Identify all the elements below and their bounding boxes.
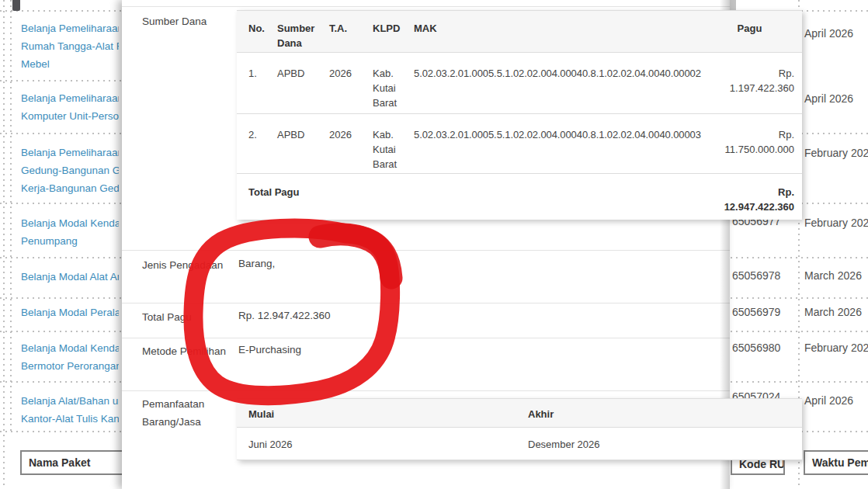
total-pagu-label: Total Pagu — [142, 308, 231, 326]
paket-link[interactable]: Belanja Pemeliharaan Gedung-Bangunan Ged… — [21, 144, 119, 197]
dotted-grid-line — [0, 381, 122, 383]
filter-waktu-pemanfaatan[interactable]: Waktu Pemanfaatan — [804, 450, 868, 475]
total-pagu-row-label: Total Pagu — [237, 174, 705, 220]
pemanfaatan-table: Mulai Akhir Juni 2026 Desember 2026 — [237, 398, 802, 460]
cell-sumber-dana: APBD — [277, 53, 329, 113]
dotted-grid-line — [3, 0, 5, 489]
total-pagu-value: Rp. 12.947.422.360 — [238, 310, 331, 321]
paket-link[interactable]: Belanja Modal Alat Angkut — [21, 268, 119, 286]
dotted-grid-line — [0, 297, 122, 299]
column-header-klpd: KLPD — [373, 11, 414, 52]
column-header-no: No. — [237, 11, 277, 52]
jenis-pengadaan-label: Jenis Pengadaan — [142, 256, 231, 274]
cell-mak: 5.02.03.2.01.0005.5.1.02.02.004.00040.8.… — [414, 114, 705, 173]
dotted-grid-line — [0, 133, 122, 134]
cell-ta: 2026 — [329, 53, 373, 113]
dotted-grid-line — [0, 80, 122, 82]
clipped-element-artifact — [12, 0, 20, 11]
cell-no: 1. — [237, 53, 277, 113]
cell-mak: 5.02.03.2.01.0005.5.1.02.02.004.00040.8.… — [414, 53, 705, 113]
column-header-ta: T.A. — [329, 11, 373, 52]
waktu-pemanfaatan-value: February 2026 — [804, 342, 868, 354]
waktu-pemanfaatan-value: February 2026 — [804, 147, 868, 159]
dotted-grid-line — [0, 257, 122, 258]
cell-mulai: Juni 2026 — [237, 428, 528, 460]
paket-link[interactable]: Belanja Modal Kendaraan Penumpang — [21, 214, 119, 250]
kode-rup-value: 65056978 — [732, 269, 780, 282]
row-divider — [122, 390, 730, 391]
paket-link[interactable]: Belanja Modal Peralatan — [21, 303, 119, 321]
total-pagu-row-value: Rp. 12.947.422.360 — [705, 174, 802, 220]
cell-ta: 2026 — [329, 114, 373, 173]
pemanfaatan-table-header: Mulai Akhir — [237, 398, 802, 428]
sumber-dana-row: 2. APBD 2026 Kab. Kutai Barat 5.02.03.2.… — [237, 113, 802, 173]
sumber-dana-table: No. Sumber Dana T.A. KLPD MAK Pagu 1. AP… — [237, 10, 802, 220]
sumber-dana-label: Sumber Dana — [142, 12, 231, 30]
waktu-pemanfaatan-value: February 2026 — [804, 217, 868, 229]
kode-rup-value: 65056979 — [732, 306, 780, 318]
dotted-grid-line — [0, 431, 122, 432]
dotted-grid-line — [0, 331, 122, 332]
waktu-pemanfaatan-value: April 2026 — [804, 394, 853, 407]
cell-no: 2. — [237, 114, 277, 173]
dotted-grid-line — [731, 381, 868, 383]
pemanfaatan-label: Pemanfaatan Barang/Jasa — [142, 395, 231, 431]
row-divider — [122, 338, 730, 338]
paket-link[interactable]: Belanja Pemeliharaan Komputer Unit-Perso… — [21, 89, 119, 125]
jenis-pengadaan-value: Barang, — [238, 258, 275, 269]
dotted-grid-line — [10, 0, 12, 432]
metode-pemilihan-value: E-Purchasing — [238, 344, 301, 355]
sumber-dana-table-header: No. Sumber Dana T.A. KLPD MAK Pagu — [237, 10, 802, 53]
paket-link[interactable]: Belanja Modal Kendaraan Bermotor Peroran… — [21, 339, 119, 375]
cell-pagu: Rp. 11.750.000.000 — [705, 114, 802, 173]
kode-rup-value: 65056980 — [732, 342, 780, 354]
sumber-dana-total-row: Total Pagu Rp. 12.947.422.360 — [237, 173, 802, 220]
cell-klpd: Kab. Kutai Barat — [373, 53, 414, 113]
waktu-pemanfaatan-value: March 2026 — [804, 306, 862, 318]
column-header-mulai: Mulai — [237, 399, 528, 427]
paket-link[interactable]: Belanja Alat/Bahan untuk Kantor-Alat Tul… — [21, 392, 119, 428]
column-header-sumber-dana: Sumber Dana — [277, 11, 329, 52]
waktu-pemanfaatan-value: April 2026 — [804, 92, 853, 105]
dotted-grid-line — [731, 297, 868, 299]
row-divider — [122, 250, 730, 251]
column-header-mak: MAK — [414, 11, 705, 52]
column-header-pagu: Pagu — [705, 11, 802, 52]
paket-link[interactable]: Belanja Pemeliharaan Rumah Tangga-Alat R… — [21, 19, 119, 73]
dotted-grid-line — [731, 331, 868, 332]
cell-akhir: Desember 2026 — [528, 428, 802, 460]
cell-klpd: Kab. Kutai Barat — [373, 114, 414, 173]
sirup-procurement-page: Belanja Pemeliharaan Rumah Tangga-Alat R… — [0, 0, 868, 489]
dotted-grid-line — [0, 203, 122, 204]
pemanfaatan-row: Juni 2026 Desember 2026 — [237, 428, 802, 460]
row-divider — [122, 6, 730, 7]
sumber-dana-row: 1. APBD 2026 Kab. Kutai Barat 5.02.03.2.… — [237, 53, 802, 113]
cell-pagu: Rp. 1.197.422.360 — [705, 53, 802, 113]
dotted-grid-line — [731, 257, 868, 258]
metode-pemilihan-label: Metode Pemilihan — [142, 342, 231, 360]
waktu-pemanfaatan-value: April 2026 — [804, 27, 853, 40]
row-divider — [122, 303, 730, 303]
column-header-akhir: Akhir — [528, 399, 802, 427]
cell-sumber-dana: APBD — [277, 114, 329, 173]
waktu-pemanfaatan-value: March 2026 — [804, 269, 862, 282]
